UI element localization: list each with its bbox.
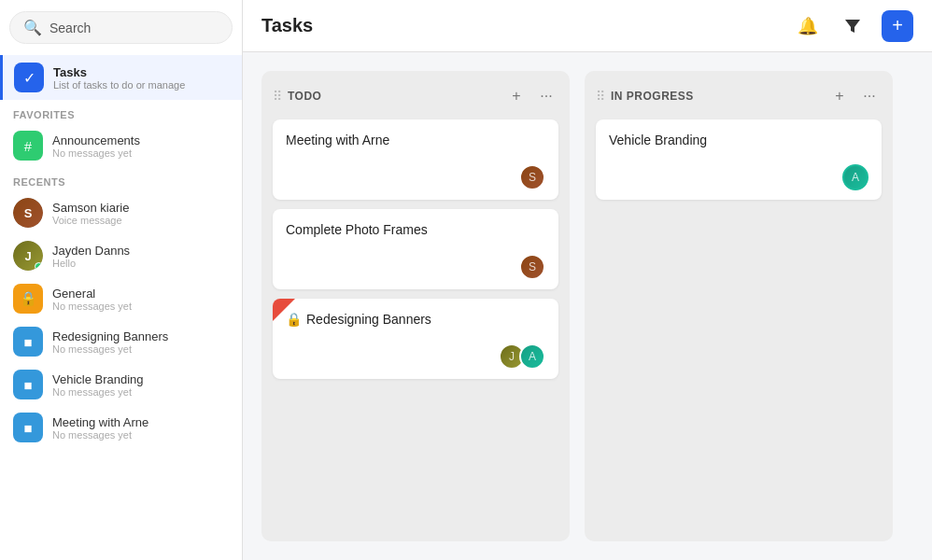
inprogress-column: ⠿ IN PROGRESS + ··· Vehicle Branding A [585,71,893,541]
todo-column-header: ⠿ TODO + ··· [273,82,558,110]
task-avatars-meeting: S [519,164,545,190]
nav-tasks-label: Tasks [53,65,185,79]
todo-column: ⠿ TODO + ··· Meeting with Arne S Com [261,71,570,541]
general-label: General [52,287,132,301]
sidebar-item-general[interactable]: 🔒 General No messages yet [0,277,242,320]
inprogress-column-title: IN PROGRESS [611,90,822,103]
task-avatars-vehicle: A [842,164,868,190]
todo-add-button[interactable]: + [504,84,529,108]
meeting-icon: ■ [13,413,43,442]
jayden-label: Jayden Danns [52,244,130,258]
sidebar-item-vehicle[interactable]: ■ Vehicle Branding No messages yet [0,363,242,406]
add-task-button[interactable]: + [882,10,913,42]
task-avatars-redesigning: J A [499,343,545,370]
task-footer-photo: S [286,254,545,280]
task-avatar-1: S [519,164,545,190]
task-avatar-vehicle-1: A [842,164,868,190]
todo-column-title: TODO [288,90,499,103]
tasks-icon: ✓ [14,63,44,92]
task-vehicle-branding[interactable]: Vehicle Branding A [596,119,882,200]
task-footer-meeting: S [286,164,545,190]
filter-button[interactable] [837,10,868,42]
announcements-sub: No messages yet [52,147,140,159]
sidebar-item-samson[interactable]: S Samson kiarie Voice message [0,191,242,234]
meeting-label: Meeting with Arne [52,415,148,429]
sidebar-item-meeting[interactable]: ■ Meeting with Arne No messages yet [0,406,242,449]
task-title-meeting: Meeting with Arne [286,133,545,147]
topbar: Tasks 🔔 + [243,0,932,52]
task-photo-frames[interactable]: Complete Photo Frames S [273,209,558,289]
jayden-sub: Hello [52,258,130,269]
meeting-sub: No messages yet [52,429,148,441]
samson-sub: Voice message [52,215,129,226]
nav-tasks-sub: List of tasks to do or manage [53,79,185,91]
avatar-samson: S [13,198,43,228]
vehicle-icon: ■ [13,370,43,399]
task-footer-redesigning: J A [286,343,545,370]
task-redesigning-banners[interactable]: 🔒Redesigning Banners J A [273,299,558,379]
inprogress-add-button[interactable]: + [827,84,852,108]
search-icon: 🔍 [23,19,42,36]
overdue-indicator [273,299,295,321]
inprogress-more-button[interactable]: ··· [857,84,882,108]
avatar-jayden: J [13,241,43,271]
sidebar-item-announcements[interactable]: # Announcements No messages yet [0,124,242,167]
sidebar-item-redesigning[interactable]: ■ Redesigning Banners No messages yet [0,320,242,363]
task-title-photo: Complete Photo Frames [286,222,545,237]
redesigning-label: Redesigning Banners [52,329,168,343]
task-avatar-photo-1: S [519,254,545,280]
announcements-label: Announcements [52,133,140,147]
drag-icon-todo: ⠿ [273,89,282,104]
vehicle-label: Vehicle Branding [52,372,144,386]
hash-icon: # [13,131,43,161]
sidebar-item-tasks[interactable]: ✓ Tasks List of tasks to do or manage [0,55,242,100]
boards-area: ⠿ TODO + ··· Meeting with Arne S Com [243,52,932,560]
search-bar[interactable]: 🔍 Search [9,11,233,44]
general-sub: No messages yet [52,301,132,312]
drag-icon-inprogress: ⠿ [596,89,605,104]
task-footer-vehicle: A [609,164,868,190]
topbar-actions: 🔔 + [792,10,913,42]
main-content: Tasks 🔔 + ⠿ TODO + ··· Meeting with Arne [243,0,932,560]
vehicle-sub: No messages yet [52,386,144,398]
lock-icon: 🔒 [13,284,43,314]
online-indicator [35,262,43,271]
favorites-section-title: FAVORITES [0,100,242,124]
task-meeting-arne[interactable]: Meeting with Arne S [273,119,558,200]
redesigning-sub: No messages yet [52,343,168,355]
task-avatars-photo: S [519,254,545,280]
search-input[interactable]: Search [49,21,219,35]
task-title-vehicle: Vehicle Branding [609,133,868,147]
page-title: Tasks [261,15,313,36]
redesigning-icon: ■ [13,327,43,357]
notifications-button[interactable]: 🔔 [792,10,824,42]
inprogress-column-header: ⠿ IN PROGRESS + ··· [596,82,882,110]
sidebar-item-jayden[interactable]: J Jayden Danns Hello [0,234,242,277]
sidebar: 🔍 Search ✓ Tasks List of tasks to do or … [0,0,243,560]
recents-section-title: RECENTS [0,167,242,191]
samson-label: Samson kiarie [52,201,129,215]
task-title-redesigning: 🔒Redesigning Banners [286,312,545,327]
todo-more-button[interactable]: ··· [534,84,558,108]
svg-marker-0 [845,20,860,33]
task-avatar-redesigning-2: A [519,343,545,370]
